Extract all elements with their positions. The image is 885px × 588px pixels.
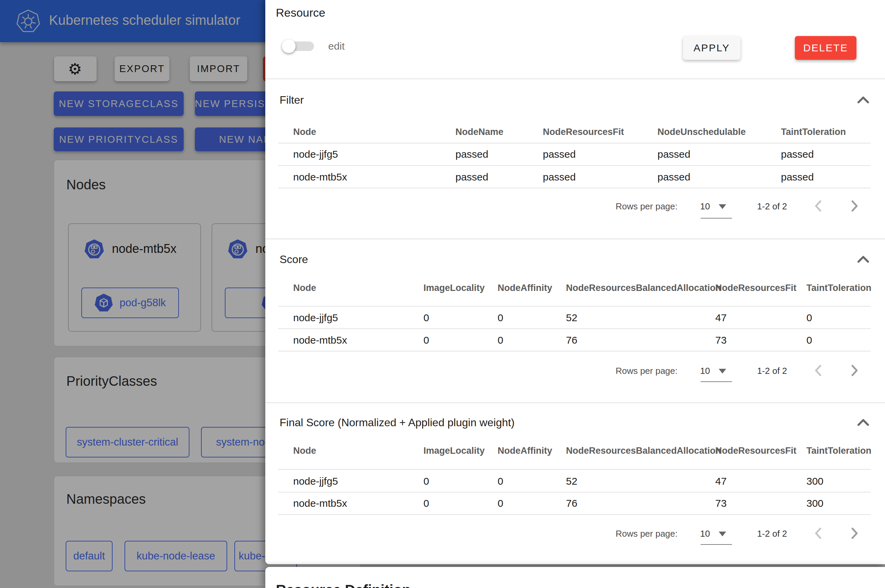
table-cell: 0 [424,476,429,487]
column-header: NodeResourcesFit [715,283,796,293]
table-cell: node-mtb5x [293,171,347,183]
table-divider [278,492,871,492]
select-underline [701,381,732,382]
table-cell: node-jjfg5 [293,476,338,487]
rows-per-page-label: Rows per page: [565,528,678,539]
resource-definition-title: Resource Definition [276,582,411,588]
table-cell: node-jjfg5 [293,148,338,160]
table-cell: 76 [566,334,577,346]
collapse-score-icon[interactable] [857,255,869,263]
next-page-button[interactable] [847,363,861,378]
table-cell: 0 [497,312,503,324]
table-cell: node-mtb5x [293,498,347,509]
pagination-range: 1-2 of 2 [750,201,794,212]
column-header: NodeAffinity [497,446,552,456]
table-cell: 0 [424,334,429,346]
table-cell: 47 [715,476,727,487]
table-cell: passed [455,171,488,183]
select-underline [701,218,732,219]
table-divider [278,469,871,470]
divider [265,78,885,79]
edit-toggle-label: edit [328,40,344,52]
column-header: TaintToleration [781,127,846,137]
column-header: NodeResourcesBalancedAllocation [566,283,721,293]
column-header: NodeName [455,127,503,137]
table-divider [278,143,871,143]
table-divider [278,165,871,166]
column-header: Node [293,283,316,293]
column-header: TaintToleration [807,283,871,293]
table-cell: 0 [807,312,812,324]
collapse-filter-icon[interactable] [857,96,869,104]
delete-button[interactable]: DELETE [795,36,856,60]
table-cell: 0 [424,498,429,509]
table-cell: passed [657,148,690,160]
table-cell: 0 [497,334,503,346]
column-header: ImageLocality [424,283,485,293]
collapse-final-score-icon[interactable] [857,418,869,426]
score-section-title: Score [279,253,308,266]
apply-button[interactable]: APPLY [683,36,741,60]
column-header: NodeResourcesBalancedAllocation [566,446,721,456]
table-cell: 73 [715,498,727,509]
column-header: NodeUnschedulable [657,127,746,137]
rows-per-page-label: Rows per page: [565,366,678,376]
column-header: TaintToleration [807,446,871,456]
table-cell: 300 [807,498,823,509]
previous-page-button[interactable] [811,526,826,541]
column-header: NodeResourcesFit [715,446,796,456]
table-divider [278,351,871,351]
rows-per-page-select[interactable]: 10 [696,201,714,212]
table-cell: 0 [807,334,812,346]
column-header: Node [293,446,316,456]
table-cell: node-mtb5x [293,334,347,346]
table-cell: passed [455,148,488,160]
dropdown-caret-icon[interactable] [719,369,726,374]
pagination-range: 1-2 of 2 [750,366,794,376]
previous-page-button[interactable] [811,198,826,213]
table-cell: 0 [497,476,503,487]
resource-definition-card: Resource Definition [265,567,885,588]
previous-page-button[interactable] [811,363,826,378]
column-header: Node [293,127,316,137]
filter-section-title: Filter [279,94,304,106]
table-cell: 47 [715,312,727,324]
table-divider [278,188,871,188]
screen: Kubernetes scheduler simulator ⚙ EXPORT … [0,0,885,588]
table-divider [278,306,871,307]
rows-per-page-select[interactable]: 10 [696,366,714,376]
table-cell: 0 [424,312,429,324]
table-cell: 0 [497,498,503,509]
column-header: ImageLocality [424,446,485,456]
final-score-section-title: Final Score (Normalized + Applied plugin… [279,416,515,429]
table-cell: passed [781,171,814,183]
table-cell: passed [543,171,576,183]
table-cell: 52 [566,312,577,324]
resource-drawer: Resource edit APPLY DELETE Filter Score … [265,0,885,588]
table-cell: passed [543,148,576,160]
table-divider [278,514,871,515]
next-page-button[interactable] [847,526,861,541]
next-page-button[interactable] [847,198,861,213]
select-underline [701,544,732,545]
divider [265,402,885,403]
table-divider [278,328,871,329]
edit-toggle-knob[interactable] [282,39,296,53]
drawer-title: Resource [276,6,326,20]
divider [265,238,885,239]
table-cell: passed [657,171,690,183]
pagination-range: 1-2 of 2 [750,528,794,539]
table-cell: 52 [566,476,577,487]
dropdown-caret-icon[interactable] [719,204,726,209]
column-header: NodeResourcesFit [543,127,624,137]
resource-drawer-main-panel: Resource edit APPLY DELETE Filter Score … [265,0,885,564]
table-cell: 300 [807,476,823,487]
table-cell: 73 [715,334,727,346]
table-cell: 76 [566,498,577,509]
rows-per-page-label: Rows per page: [565,201,678,212]
table-cell: passed [781,148,814,160]
rows-per-page-select[interactable]: 10 [696,528,714,539]
column-header: NodeAffinity [497,283,552,293]
table-cell: node-jjfg5 [293,312,338,324]
dropdown-caret-icon[interactable] [719,532,726,536]
